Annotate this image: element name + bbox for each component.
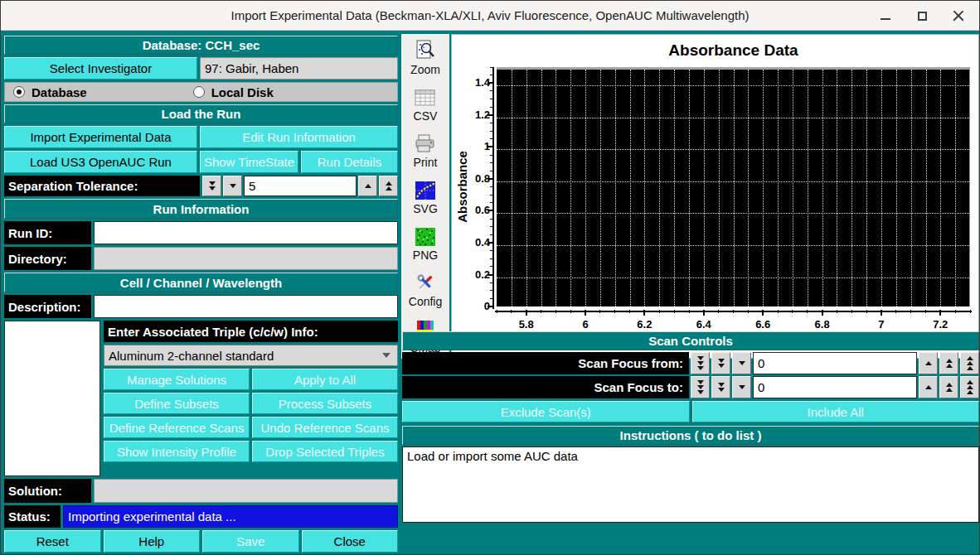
- reset-button[interactable]: Reset: [4, 530, 101, 553]
- chart-grid-element: [955, 70, 956, 306]
- radio-database[interactable]: Database: [13, 85, 87, 99]
- chart-grid-element: [851, 310, 852, 313]
- scan-from-step-down-1-button[interactable]: [732, 352, 751, 374]
- chart-grid-element: [822, 70, 823, 306]
- edit-run-information-button[interactable]: Edit Run Information: [200, 126, 398, 148]
- description-label: Description:: [4, 295, 91, 318]
- chart-grid-element: [490, 210, 493, 211]
- scan-from-step-up-1-button[interactable]: [919, 352, 938, 374]
- chart-grid-element: [910, 310, 911, 313]
- chart-grid-element: [541, 70, 542, 306]
- save-button[interactable]: Save: [202, 530, 299, 553]
- chart-grid-element: [881, 310, 881, 313]
- chart-grid-element: [659, 310, 660, 313]
- chart-grid-element: [881, 70, 882, 306]
- scan-to-step-up-100-button[interactable]: [960, 376, 979, 398]
- tick-label: 0.4: [455, 236, 490, 249]
- chart-grid-element: [896, 70, 897, 306]
- chart-grid-element: [734, 70, 735, 306]
- chart-grid-element: [497, 85, 969, 86]
- drop-selected-triples-button[interactable]: Drop Selected Triples: [252, 441, 398, 462]
- directory-label: Directory:: [4, 247, 91, 270]
- radio-local-disk[interactable]: Local Disk: [193, 85, 274, 99]
- chart-grid-element: [490, 75, 493, 75]
- print-tool-button[interactable]: Print: [414, 133, 438, 169]
- zoom-tool-button[interactable]: Zoom: [410, 39, 440, 76]
- select-investigator-button[interactable]: Select Investigator: [4, 57, 197, 80]
- chart-grid-element: [585, 310, 586, 313]
- maximize-button[interactable]: [910, 4, 934, 27]
- separation-tolerance-field[interactable]: 5: [244, 176, 357, 196]
- chart-grid-element: [490, 67, 493, 68]
- png-tool-button[interactable]: PNG: [413, 227, 438, 262]
- close-button[interactable]: Close: [302, 530, 399, 553]
- show-timestate-button[interactable]: Show TimeState: [200, 151, 298, 173]
- sep-tol-step-down-10-button[interactable]: [202, 176, 221, 196]
- solution-field: [94, 479, 398, 503]
- description-field[interactable]: [94, 295, 398, 318]
- scan-to-step-down-1-button[interactable]: [732, 376, 751, 398]
- scan-to-step-up-10-button[interactable]: [939, 376, 958, 398]
- help-button[interactable]: Help: [104, 530, 201, 553]
- scan-focus-from-field[interactable]: 0: [753, 352, 917, 374]
- import-experimental-data-button[interactable]: Import Experimental Data: [4, 126, 197, 148]
- config-tool-button[interactable]: Config: [409, 273, 442, 308]
- sep-tol-step-up-1-button[interactable]: [358, 176, 377, 196]
- close-window-button[interactable]: [946, 4, 971, 27]
- manage-solutions-button[interactable]: Manage Solutions: [104, 369, 250, 390]
- radio-database-dot: [13, 86, 25, 98]
- scan-from-step-down-10-button[interactable]: [711, 352, 730, 374]
- triple-listbox[interactable]: [4, 321, 100, 476]
- define-reference-scans-button[interactable]: Define Reference Scans: [104, 417, 250, 438]
- chart-grid-element: [490, 234, 493, 235]
- chart-grid-element: [490, 219, 493, 220]
- show-intensity-profile-button[interactable]: Show Intensity Profile: [104, 441, 250, 462]
- triple-select[interactable]: Aluminum 2-channel standard: [104, 345, 398, 366]
- chart-grid-element: [526, 70, 527, 306]
- run-id-field[interactable]: [94, 221, 398, 244]
- scan-to-step-down-10-button[interactable]: [711, 376, 730, 398]
- scan-from-step-up-10-button[interactable]: [939, 352, 958, 374]
- instructions-textbox[interactable]: Load or import some AUC data: [402, 446, 979, 523]
- load-us3-openauc-run-button[interactable]: Load US3 OpenAUC Run: [4, 151, 197, 173]
- chart-title: Absorbance Data: [497, 41, 970, 60]
- chart-grid-element: [807, 310, 808, 313]
- chart-grid-element: [837, 310, 837, 313]
- chart-grid-element: [541, 310, 541, 313]
- csv-tool-button[interactable]: CSV: [414, 88, 438, 123]
- status-field: Importing experimental data ...: [63, 505, 398, 528]
- sep-tol-step-down-1-button[interactable]: [223, 176, 242, 196]
- chart-grid-element: [490, 138, 493, 139]
- svg-tool-button[interactable]: SVG: [413, 181, 438, 215]
- chart-grid-element: [570, 70, 571, 306]
- undo-reference-scans-button[interactable]: Undo Reference Scans: [252, 417, 398, 438]
- include-all-button[interactable]: Include All: [692, 401, 980, 422]
- chart-grid-element: [490, 298, 493, 299]
- svg-icon: [415, 181, 436, 200]
- define-subsets-button[interactable]: Define Subsets: [104, 393, 250, 414]
- scan-from-step-down-100-button[interactable]: [691, 352, 710, 374]
- scan-to-step-down-100-button[interactable]: [691, 376, 710, 398]
- apply-to-all-button[interactable]: Apply to All: [252, 369, 398, 390]
- sep-tol-step-up-10-button[interactable]: [379, 176, 398, 196]
- chart-grid-element: [600, 70, 601, 306]
- run-information-header: Run Information: [4, 199, 398, 219]
- tick-label: 0.2: [455, 268, 490, 281]
- chart-grid-element: [689, 310, 690, 313]
- process-subsets-button[interactable]: Process Subsets: [252, 393, 398, 414]
- scan-focus-to-field[interactable]: 0: [753, 376, 917, 398]
- chart-grid-element: [763, 70, 764, 306]
- chart-grid-element: [970, 310, 971, 313]
- separation-tolerance-label: Separation Tolerance:: [4, 176, 200, 196]
- scan-controls-section: Scan Controls Scan Focus from: 0 Scan Fo…: [402, 331, 979, 523]
- chart-grid-element: [497, 118, 969, 118]
- chart-grid-element: [940, 70, 941, 306]
- run-details-button[interactable]: Run Details: [301, 151, 398, 173]
- scan-to-step-up-1-button[interactable]: [919, 376, 938, 398]
- scan-from-step-up-100-button[interactable]: [960, 352, 979, 374]
- chart-grid-element: [497, 308, 969, 309]
- minimize-button[interactable]: [873, 4, 898, 27]
- plot-area[interactable]: [497, 67, 970, 306]
- chart-grid-element: [490, 258, 493, 259]
- exclude-scans-button[interactable]: Exclude Scan(s): [402, 401, 690, 422]
